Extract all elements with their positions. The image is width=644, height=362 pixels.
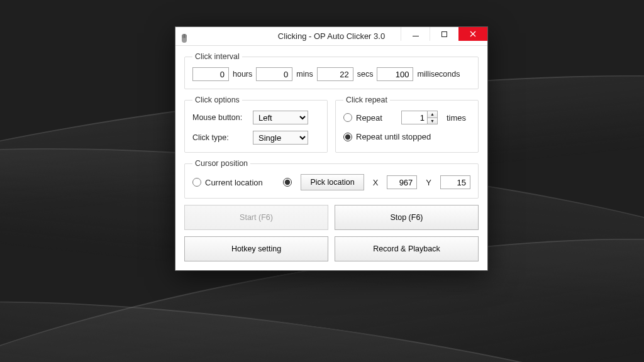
secs-label: secs [357,70,374,79]
window-title: Clicking - OP Auto Clicker 3.0 [278,31,385,41]
cursor-position-group: Cursor position Current location Pick lo… [184,159,479,199]
click-options-legend: Click options [192,96,242,104]
maximize-button[interactable] [430,27,458,41]
mins-label: mins [296,70,313,79]
repeat-n-radio[interactable] [343,113,352,122]
click-options-group: Click options Mouse button: Left Click t… [184,96,328,153]
click-type-label: Click type: [192,133,248,142]
stepper-arrows[interactable]: ▲ ▼ [427,111,437,124]
y-input[interactable] [440,175,470,189]
click-repeat-group: Click repeat Repeat ▲ ▼ times [335,96,479,153]
click-interval-legend: Click interval [192,52,242,61]
minimize-button[interactable] [401,27,430,41]
svg-rect-2 [184,34,184,38]
x-input[interactable] [387,175,417,189]
desktop-background: Clicking - OP Auto Clicker 3.0 Click int… [0,0,644,362]
pick-location-button[interactable]: Pick location [301,174,364,190]
chevron-down-icon[interactable]: ▼ [428,118,437,124]
close-button[interactable] [458,27,487,41]
x-label: X [373,178,379,187]
hours-label: hours [233,70,252,79]
title-bar[interactable]: Clicking - OP Auto Clicker 3.0 [175,27,487,46]
repeat-times-input[interactable] [402,111,427,124]
pick-location-radio[interactable] [283,178,292,187]
secs-input[interactable] [317,67,353,81]
mins-input[interactable] [256,67,292,81]
hotkey-setting-button[interactable]: Hotkey setting [184,236,328,261]
click-interval-group: Click interval hours mins secs milliseco… [184,52,479,89]
click-type-select[interactable]: Single [253,131,308,145]
mouse-button-label: Mouse button: [192,113,248,122]
start-button: Start (F6) [184,205,328,230]
record-playback-button[interactable]: Record & Playback [335,236,479,261]
mouse-icon [179,31,189,41]
repeat-until-stopped-radio[interactable] [343,133,352,141]
click-repeat-legend: Click repeat [343,96,390,104]
current-location-radio[interactable] [192,178,201,187]
times-label: times [447,113,466,123]
action-buttons: Start (F6) Stop (F6) Hotkey setting Reco… [184,205,479,261]
window-controls [401,27,487,41]
current-location-label: Current location [205,178,263,187]
ms-input[interactable] [377,67,413,81]
app-window: Clicking - OP Auto Clicker 3.0 Click int… [175,26,488,271]
hours-input[interactable] [192,67,229,81]
mouse-button-select[interactable]: Left [253,111,308,124]
repeat-times-stepper[interactable]: ▲ ▼ [401,111,438,124]
repeat-n-label: Repeat [356,113,382,123]
ms-label: milliseconds [417,70,460,79]
cursor-position-legend: Cursor position [192,159,250,168]
stop-button[interactable]: Stop (F6) [335,205,479,230]
client-area: Click interval hours mins secs milliseco… [175,46,487,270]
repeat-until-stopped-label: Repeat until stopped [356,132,431,141]
chevron-up-icon[interactable]: ▲ [428,111,437,118]
y-label: Y [426,178,431,187]
